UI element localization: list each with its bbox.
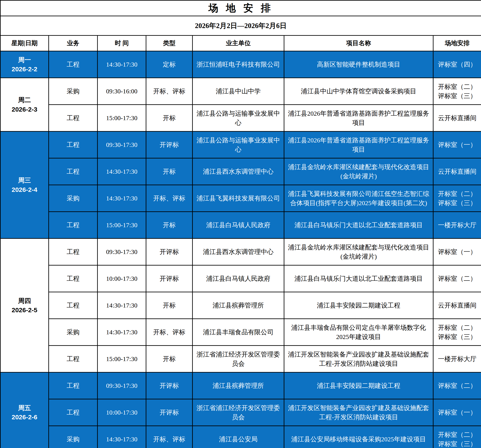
project-cell: 浦江县2026年普通省道路基路面养护工程监理服务项目 (284, 105, 433, 131)
type-cell: 定标 (146, 51, 193, 78)
time-cell: 14:30-17:30 (98, 185, 146, 212)
owner-cell: 浦江县公安局 (193, 426, 284, 448)
business-cell: 工程 (49, 239, 98, 265)
time-cell: 14:30-17:30 (98, 158, 146, 185)
header-time: 时 间 (98, 36, 146, 51)
business-cell: 工程 (49, 292, 98, 319)
business-cell: 工程 (49, 158, 98, 185)
business-cell: 工程 (49, 346, 98, 372)
type-cell: 开评标 (146, 239, 193, 265)
type-cell: 开标、评标 (146, 185, 193, 212)
table-row: 周四 2026-2-5 工程 09:30-17:30 开评标 浦江县西水东调管理… (0, 239, 481, 265)
header-week-date: 星期|日期 (0, 36, 49, 51)
business-cell: 采购 (49, 78, 98, 105)
business-cell: 工程 (49, 399, 98, 426)
table-row: 工程 10:00-17:30 开评标 浦江县白马镇人民政府 浦江县白马镇乐门大道… (0, 265, 481, 292)
table-row: 工程 14:30-17:30 开标 浦江县西水东调管理中心 浦江县金坑岭水库灌区… (0, 158, 481, 185)
project-cell: 浦江县白马镇乐门大道以北工业配套道路项目 (284, 212, 433, 239)
day-label: 周一 (3, 55, 46, 65)
business-cell: 工程 (49, 265, 98, 292)
header-type: 类型 (146, 36, 193, 51)
day-cell-monday: 周一 2026-2-2 (0, 51, 49, 78)
owner-cell: 浦江县公路与运输事业发展中心 (193, 131, 284, 158)
venue-cell: 评标室（一） (433, 399, 481, 426)
header-venue: 场地安排 (433, 36, 481, 51)
project-cell: 浦江县公安局移动终端设备采购2025年建设项目 (284, 426, 433, 448)
header-project: 项目名称 (284, 36, 433, 51)
day-cell-friday: 周五 2026-2-6 (0, 372, 49, 448)
page-title: 场 地 安 排 (0, 0, 481, 16)
table-row: 工程 15:00-17:30 开标 浙江省浦江经济开发区管理委员会 浦江开发区智… (0, 346, 481, 372)
owner-cell: 浦江县中山中学 (193, 78, 284, 105)
header-owner: 业主单位 (193, 36, 284, 51)
project-cell: 浦江县丰安陵园二期建设工程 (284, 292, 433, 319)
time-cell: 15:00-17:30 (98, 346, 146, 372)
day-cell-tuesday: 周二 2026-2-3 (0, 78, 49, 131)
owner-cell: 浙江省浦江经济开发区管理委员会 (193, 399, 284, 426)
venue-cell: 开标室（二） 评标室（三） (433, 426, 481, 448)
owner-cell: 浦江县西水东调管理中心 (193, 239, 284, 265)
project-cell: 浦江县金坑岭水库灌区续建配套与现代化改造项目(金坑岭灌片) (284, 239, 433, 265)
owner-cell: 浙江省浦江经济开发区管理委员会 (193, 346, 284, 372)
venue-cell: 开标室（二） 评标室（三） (433, 185, 481, 212)
time-cell: 10:00-17:30 (98, 265, 146, 292)
owner-cell: 浦江县公路与运输事业发展中心 (193, 105, 284, 131)
time-cell: 14:30-17:30 (98, 292, 146, 319)
owner-cell: 浦江县白马镇人民政府 (193, 212, 284, 239)
date-range: 2026年2月2日—2026年2月6日 (0, 16, 481, 36)
table-row: 采购 14:30-17:30 开标、评标 浦江县飞翼科技发展有限公司 浦江县飞翼… (0, 185, 481, 212)
business-cell: 工程 (49, 131, 98, 158)
table-row: 工程 10:00-17:30 开评标 浙江省浦江经济开发区管理委员会 浦江开发区… (0, 399, 481, 426)
owner-cell: 浦江县飞翼科技发展有限公司 (193, 185, 284, 212)
day-label: 周四 (3, 296, 46, 306)
type-cell: 开评标 (146, 372, 193, 399)
project-cell: 浦江开发区智能装备产业园改扩建及基础设施配套工程-开发区消防站建设项目 (284, 346, 433, 372)
project-cell: 浦江县白马镇乐门大道以北工业配套道路项目 (284, 265, 433, 292)
business-cell: 采购 (49, 319, 98, 346)
project-cell: 浦江县2026年普通省道路基路面养护工程监理服务项目 (284, 131, 433, 158)
table-row: 工程 15:00-17:30 开标 浦江县白马镇人民政府 浦江县白马镇乐门大道以… (0, 212, 481, 239)
venue-cell: 云开标直播间 (433, 158, 481, 185)
time-cell: 14:30-17:30 (98, 319, 146, 346)
day-label: 周三 (3, 176, 46, 185)
venue-cell: 评标室（一） (433, 131, 481, 158)
time-cell: 14:30-17:30 (98, 51, 146, 78)
type-cell: 开标 (146, 105, 193, 131)
venue-cell: 一楼开标大厅 (433, 212, 481, 239)
business-cell: 工程 (49, 105, 98, 131)
date-row: 2026年2月2日—2026年2月6日 (0, 16, 481, 36)
type-cell: 开评标 (146, 131, 193, 158)
date-label: 2026-2-6 (3, 412, 46, 422)
time-cell: 15:00-17:30 (98, 105, 146, 131)
day-cell-wednesday: 周三 2026-2-4 (0, 131, 49, 239)
type-cell: 开标 (146, 158, 193, 185)
header-business: 业务 (49, 36, 98, 51)
table-row: 周一 2026-2-2 工程 14:30-17:30 定标 浙江恒浦旺电子科技有… (0, 51, 481, 78)
date-label: 2026-2-3 (3, 105, 46, 114)
business-cell: 采购 (49, 426, 98, 448)
table-row: 采购 14:30-17:30 开标、评标 浦江县丰瑞食品有限公司 浦江县丰瑞食品… (0, 319, 481, 346)
owner-cell: 浦江县殡葬管理所 (193, 292, 284, 319)
venue-cell: 开标室（二） 评标室（三） (433, 319, 481, 346)
venue-cell: 评标室（一） (433, 239, 481, 265)
table-row: 工程 15:00-17:30 开标 浦江县公路与运输事业发展中心 浦江县2026… (0, 105, 481, 131)
project-cell: 浦江县中山中学体育馆空调设备采购项目 (284, 78, 433, 105)
project-cell: 浦江县丰瑞食品有限公司定点牛羊屠宰场数字化2025年建设项目 (284, 319, 433, 346)
time-cell: 09:30-16:00 (98, 78, 146, 105)
venue-cell: 评标室（四） (433, 51, 481, 78)
venue-cell: 一楼开标大厅 (433, 346, 481, 372)
time-cell: 09:30-17:30 (98, 239, 146, 265)
project-cell: 浦江县飞翼科技发展有限公司浦江低空生态智汇综合体项目(指挥平台大屏)2025年建… (284, 185, 433, 212)
venue-schedule-table: 场 地 安 排 2026年2月2日—2026年2月6日 星期|日期 业务 时 间… (0, 0, 481, 448)
venue-cell: 评标室（二） (433, 372, 481, 399)
day-label: 周五 (3, 403, 46, 413)
venue-cell: 开标室（二） 评标室（三） (433, 78, 481, 105)
day-label: 周二 (3, 95, 46, 105)
time-cell: 15:00-17:30 (98, 212, 146, 239)
type-cell: 开标、评标 (146, 78, 193, 105)
owner-cell: 浦江县西水东调管理中心 (193, 158, 284, 185)
date-label: 2026-2-4 (3, 185, 46, 194)
date-label: 2026-2-5 (3, 305, 46, 315)
time-cell: 09:30-17:30 (98, 372, 146, 399)
project-cell: 浦江开发区智能装备产业园改扩建及基础设施配套工程-开发区消防站建设项目 (284, 399, 433, 426)
